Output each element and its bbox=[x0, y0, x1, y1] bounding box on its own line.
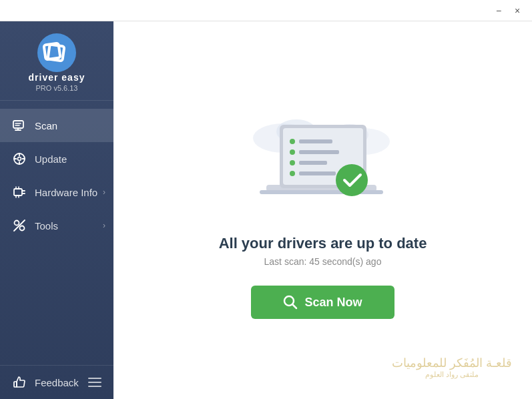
svg-point-21 bbox=[15, 221, 19, 226]
watermark-line2: ملتقى رواد العلوم bbox=[392, 370, 512, 379]
main-content: All your drivers are up to date Last sca… bbox=[113, 21, 532, 399]
svg-point-37 bbox=[290, 160, 295, 165]
scan-label: Scan bbox=[35, 120, 57, 131]
tools-label: Tools bbox=[35, 220, 58, 232]
svg-point-41 bbox=[336, 164, 368, 196]
scan-icon bbox=[12, 118, 27, 133]
svg-point-35 bbox=[290, 149, 295, 155]
menu-icon[interactable] bbox=[88, 378, 101, 387]
svg-point-39 bbox=[290, 171, 295, 176]
sidebar-nav: Scan Update bbox=[0, 103, 113, 365]
thumbs-up-icon bbox=[12, 375, 27, 390]
svg-point-9 bbox=[18, 157, 21, 161]
svg-rect-34 bbox=[299, 139, 332, 143]
main-layout: driver easy PRO v5.6.13 Scan bbox=[0, 21, 532, 399]
update-icon bbox=[12, 151, 27, 166]
svg-point-33 bbox=[290, 139, 295, 144]
hardware-icon bbox=[12, 185, 27, 200]
app-logo-icon bbox=[37, 33, 76, 72]
svg-rect-38 bbox=[299, 161, 327, 165]
minimize-button[interactable]: − bbox=[489, 1, 508, 20]
svg-rect-14 bbox=[14, 189, 22, 195]
app-name: driver easy bbox=[29, 72, 85, 83]
svg-point-0 bbox=[37, 33, 76, 72]
sidebar-logo: driver easy PRO v5.6.13 bbox=[0, 21, 113, 101]
svg-rect-3 bbox=[13, 121, 23, 128]
feedback-label: Feedback bbox=[35, 377, 79, 388]
sidebar-item-tools[interactable]: Tools › bbox=[0, 209, 113, 242]
app-version: PRO v5.6.13 bbox=[36, 84, 78, 92]
scan-now-search-icon bbox=[283, 295, 298, 310]
scan-now-button[interactable]: Scan Now bbox=[251, 286, 394, 319]
hardware-info-arrow-icon: › bbox=[103, 187, 105, 197]
svg-point-22 bbox=[20, 226, 25, 231]
update-label: Update bbox=[35, 153, 67, 165]
hardware-info-label: Hardware Info bbox=[35, 187, 97, 198]
sidebar-item-hardware-info[interactable]: Hardware Info › bbox=[0, 175, 113, 209]
svg-rect-36 bbox=[299, 150, 339, 154]
tools-icon bbox=[12, 218, 27, 233]
close-button[interactable]: × bbox=[508, 1, 527, 20]
scan-now-label: Scan Now bbox=[304, 296, 362, 310]
tools-arrow-icon: › bbox=[103, 221, 105, 230]
sidebar-bottom: Feedback bbox=[0, 365, 113, 399]
sidebar: driver easy PRO v5.6.13 Scan bbox=[0, 21, 113, 399]
svg-rect-30 bbox=[260, 190, 383, 194]
laptop-illustration bbox=[243, 101, 403, 222]
title-bar: − × bbox=[0, 0, 532, 21]
status-title: All your drivers are up to date bbox=[219, 235, 427, 252]
watermark-line1: قلعـة المُفَكر للمعلوميات bbox=[392, 356, 512, 370]
sidebar-item-scan[interactable]: Scan bbox=[0, 109, 113, 142]
svg-line-43 bbox=[293, 305, 297, 309]
svg-rect-40 bbox=[299, 171, 336, 175]
watermark: قلعـة المُفَكر للمعلوميات ملتقى رواد الع… bbox=[392, 356, 512, 379]
sidebar-item-feedback[interactable]: Feedback bbox=[12, 375, 79, 390]
sidebar-item-update[interactable]: Update bbox=[0, 142, 113, 175]
svg-rect-24 bbox=[14, 382, 17, 387]
status-subtitle: Last scan: 45 second(s) ago bbox=[264, 256, 382, 267]
